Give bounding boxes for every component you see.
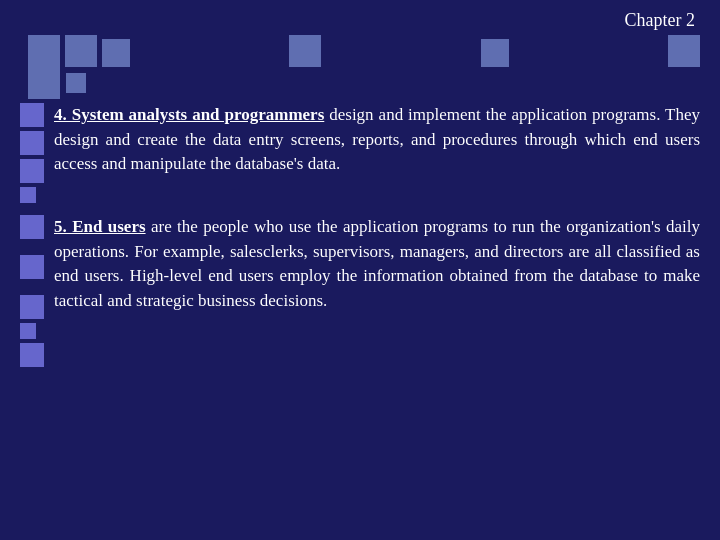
top-decoration bbox=[20, 35, 700, 67]
side-sq-5a bbox=[20, 215, 44, 239]
scatter-row bbox=[28, 67, 700, 99]
chapter-text: Chapter 2 bbox=[625, 10, 695, 30]
side-sq-4c bbox=[20, 159, 44, 183]
side-sq-5c bbox=[20, 295, 44, 319]
deco-square-2 bbox=[65, 35, 97, 67]
section-5-body: are the people who use the application p… bbox=[54, 217, 700, 310]
side-sq-4d bbox=[20, 187, 36, 203]
section-4: 4. System analysts and programmers desig… bbox=[20, 103, 700, 203]
section-4-text: 4. System analysts and programmers desig… bbox=[54, 103, 700, 177]
deco-square-3 bbox=[102, 39, 130, 67]
page-container: Chapter 2 4. System analysts and program… bbox=[0, 0, 720, 540]
side-sq-5b bbox=[20, 255, 44, 279]
deco-square-5 bbox=[481, 39, 509, 67]
section-5-text: 5. End users are the people who use the … bbox=[54, 215, 700, 314]
side-sq-4b bbox=[20, 131, 44, 155]
section-4-heading: 4. System analysts and programmers bbox=[54, 105, 324, 124]
deco-square-4 bbox=[289, 35, 321, 67]
side-squares-4 bbox=[20, 103, 44, 203]
deco-sq-s2 bbox=[66, 73, 86, 93]
deco-sq-s1 bbox=[28, 67, 60, 99]
side-sq-4a bbox=[20, 103, 44, 127]
section-5: 5. End users are the people who use the … bbox=[20, 215, 700, 367]
side-squares-5 bbox=[20, 215, 44, 367]
side-sq-5d bbox=[20, 323, 36, 339]
side-sq-5e bbox=[20, 343, 44, 367]
chapter-label: Chapter 2 bbox=[20, 10, 700, 31]
section-5-heading: 5. End users bbox=[54, 217, 146, 236]
deco-square-1 bbox=[28, 35, 60, 67]
deco-square-6 bbox=[668, 35, 700, 67]
